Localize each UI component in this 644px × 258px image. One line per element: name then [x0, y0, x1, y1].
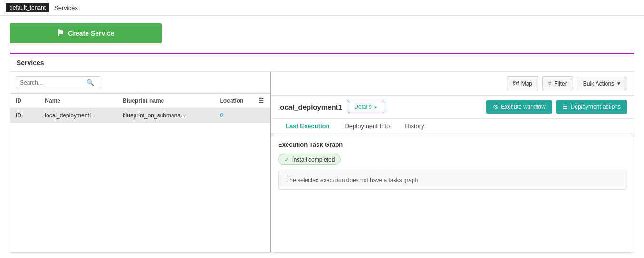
col-header-blueprint: Blueprint name — [117, 94, 214, 108]
filter-button[interactable]: ▿ Filter — [542, 76, 573, 90]
execute-icon: ⚙ — [493, 104, 498, 110]
deployment-header: local_deployment1 Details ► ⚙ Execute wo… — [271, 96, 634, 119]
cell-id: ID — [10, 108, 39, 123]
nav-services-label: Services — [54, 4, 78, 11]
map-label: Map — [521, 80, 532, 87]
bulk-caret-icon: ▼ — [616, 81, 621, 86]
cell-extra — [253, 108, 270, 123]
table-row[interactable]: ID local_deployment1 blueprint_on_subman… — [10, 108, 270, 123]
list-panel: 🔍 ID Name Blueprint na — [10, 72, 271, 252]
detail-toolbar: 🗺 Map ▿ Filter Bulk Actions ▼ — [271, 72, 634, 96]
status-badge: ✓ install completed — [278, 154, 341, 165]
cell-location: 0 — [214, 108, 253, 123]
action-buttons: ⚙ Execute workflow ☰ Deployment actions — [486, 100, 627, 114]
tabs-row: Last Execution Deployment Info History — [271, 119, 634, 134]
filter-label: Filter — [554, 80, 567, 87]
deployment-actions-button[interactable]: ☰ Deployment actions — [556, 100, 627, 114]
col-header-location: Location — [214, 94, 253, 108]
status-label: install completed — [292, 156, 335, 163]
bulk-actions-label: Bulk Actions — [583, 80, 614, 87]
services-body: 🔍 ID Name Blueprint na — [10, 72, 634, 252]
services-title: Services — [10, 54, 634, 72]
tab-deployment-info[interactable]: Deployment Info — [337, 119, 397, 134]
tab-content: Execution Task Graph ✓ install completed… — [271, 134, 634, 252]
col-header-name: Name — [39, 94, 117, 108]
map-button[interactable]: 🗺 Map — [507, 76, 538, 90]
tab-history[interactable]: History — [397, 119, 432, 134]
col-header-id: ID — [10, 94, 39, 108]
check-icon: ✓ — [284, 156, 289, 163]
plus-icon: ⚑ — [57, 28, 64, 38]
main-content: ⚑ Create Service Services 🔍 I — [0, 16, 644, 258]
search-bar: 🔍 — [10, 72, 270, 94]
deployment-name: local_deployment1 — [278, 103, 342, 111]
filter-icon: ▿ — [548, 80, 552, 87]
search-input[interactable] — [20, 79, 87, 86]
create-service-label: Create Service — [68, 29, 114, 37]
search-input-wrap: 🔍 — [16, 76, 101, 88]
col-header-icon: ☵ — [253, 94, 270, 108]
top-nav: default_tenant Services — [0, 0, 644, 16]
table-header-row: ID Name Blueprint name Location — [10, 94, 270, 108]
tenant-badge[interactable]: default_tenant — [6, 3, 49, 12]
execute-workflow-label: Execute workflow — [501, 104, 545, 110]
create-service-button[interactable]: ⚑ Create Service — [10, 23, 162, 43]
execution-section-title: Execution Task Graph — [278, 141, 627, 148]
cell-name: local_deployment1 — [39, 108, 117, 123]
table-header-cube-icon: ☵ — [259, 97, 264, 104]
details-button[interactable]: Details ► — [348, 101, 384, 113]
bulk-actions-button[interactable]: Bulk Actions ▼ — [577, 77, 627, 90]
services-table: ID Name Blueprint name Location — [10, 94, 270, 123]
cell-blueprint: blueprint_on_submana... — [117, 108, 214, 123]
no-tasks-message: The selected execution does not have a t… — [278, 171, 627, 190]
tab-last-execution[interactable]: Last Execution — [278, 119, 337, 134]
execute-workflow-button[interactable]: ⚙ Execute workflow — [486, 100, 552, 114]
detail-panel: 🗺 Map ▿ Filter Bulk Actions ▼ local_depl… — [271, 72, 634, 252]
services-panel: Services 🔍 ID — [10, 53, 634, 253]
search-icon: 🔍 — [87, 79, 94, 86]
details-label: Details — [354, 104, 372, 110]
map-icon: 🗺 — [513, 80, 519, 87]
deploy-actions-icon: ☰ — [563, 104, 568, 110]
details-chevron-icon: ► — [374, 105, 378, 110]
location-count: 0 — [220, 112, 223, 119]
deployment-actions-label: Deployment actions — [571, 104, 621, 110]
